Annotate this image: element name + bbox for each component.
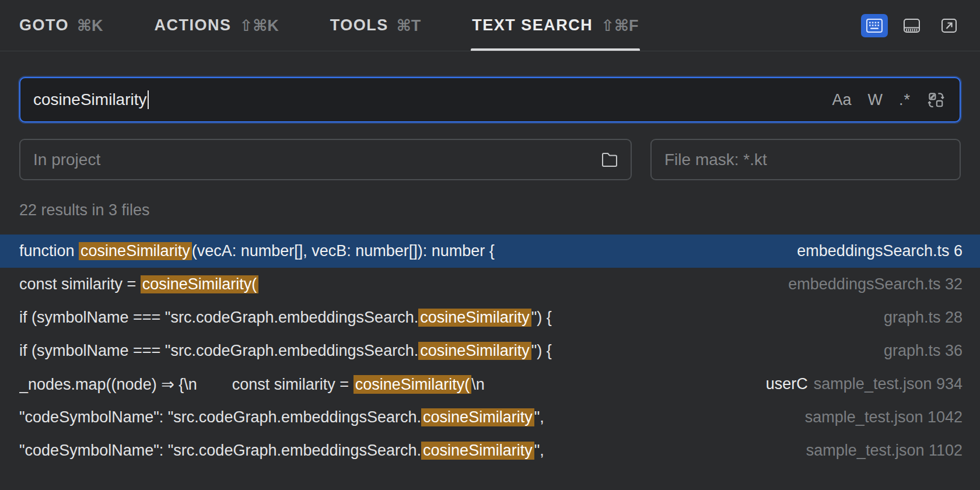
tab-shortcut: ⌘T: [397, 16, 421, 35]
tab-actions[interactable]: ACTIONS⇧⌘K: [155, 0, 279, 51]
match-highlight: cosineSimilarity(: [354, 375, 472, 394]
open-in-window-icon[interactable]: [936, 14, 963, 37]
result-text: if (symbolName === "src.codeGraph.embedd…: [19, 342, 552, 360]
tab-bar: GOTO⌘KACTIONS⇧⌘KTOOLS⌘TTEXT SEARCH⇧⌘F: [19, 0, 861, 51]
result-location: userCsample_test.json 934: [766, 375, 963, 393]
search-input[interactable]: cosineSimilarity Aa W .*: [19, 77, 961, 123]
folder-icon[interactable]: [600, 152, 619, 168]
result-file-line: sample_test.json 934: [814, 375, 963, 393]
match-highlight: cosineSimilarity: [418, 342, 531, 360]
tab-text-search[interactable]: TEXT SEARCH⇧⌘F: [472, 0, 638, 51]
tab-shortcut: ⇧⌘K: [240, 16, 279, 35]
result-location: graph.ts 36: [884, 342, 963, 360]
active-tab-underline: [471, 48, 639, 51]
results-list: function cosineSimilarity(vecA: number[]…: [0, 235, 980, 467]
result-row[interactable]: function cosineSimilarity(vecA: number[]…: [0, 235, 980, 268]
result-file-line: embeddingsSearch.ts 32: [788, 275, 963, 293]
result-row[interactable]: if (symbolName === "src.codeGraph.embedd…: [0, 301, 980, 334]
result-text: const similarity = cosineSimilarity(: [19, 275, 258, 293]
result-file-line: sample_test.json 1102: [806, 442, 963, 460]
result-location: sample_test.json 1042: [805, 408, 963, 426]
tab-label: ACTIONS: [155, 16, 232, 34]
result-row[interactable]: _nodes.map((node) ⇒ {\n const similarity…: [0, 368, 980, 401]
result-row[interactable]: const similarity = cosineSimilarity(embe…: [0, 268, 980, 301]
match-case-toggle[interactable]: Aa: [832, 91, 851, 109]
result-file-line: embeddingsSearch.ts 6: [797, 242, 963, 260]
regex-toggle[interactable]: .*: [899, 91, 911, 109]
scope-input[interactable]: In project: [19, 139, 632, 180]
keyboard-icon[interactable]: [861, 14, 888, 37]
result-text: if (symbolName === "src.codeGraph.embedd…: [19, 309, 552, 327]
match-highlight: cosineSimilarity: [79, 242, 192, 260]
tab-label: GOTO: [19, 16, 69, 34]
result-row[interactable]: if (symbolName === "src.codeGraph.embedd…: [0, 334, 980, 368]
search-query: cosineSimilarity: [33, 90, 147, 109]
popup-header: GOTO⌘KACTIONS⇧⌘KTOOLS⌘TTEXT SEARCH⇧⌘F: [0, 0, 980, 51]
result-location: embeddingsSearch.ts 32: [788, 275, 963, 293]
tab-shortcut: ⌘K: [77, 16, 103, 35]
match-highlight: cosineSimilarity(: [141, 275, 259, 293]
result-text: "codeSymbolName": "src.codeGraph.embeddi…: [19, 442, 544, 460]
result-location: sample_test.json 1102: [806, 442, 963, 460]
result-row[interactable]: "codeSymbolName": "src.codeGraph.embeddi…: [0, 434, 980, 467]
match-highlight: cosineSimilarity: [418, 309, 531, 327]
result-text: "codeSymbolName": "src.codeGraph.embeddi…: [19, 408, 544, 426]
result-file-line: sample_test.json 1042: [805, 408, 963, 426]
result-file-line: graph.ts 28: [884, 309, 963, 327]
results-summary: 22 results in 3 files: [0, 180, 980, 219]
tab-tools[interactable]: TOOLS⌘T: [330, 0, 421, 51]
scope-placeholder: In project: [33, 150, 100, 169]
file-mask-input[interactable]: File mask: *.kt: [650, 139, 961, 180]
tab-label: TEXT SEARCH: [472, 16, 593, 34]
result-context: userC: [766, 375, 808, 393]
match-highlight: cosineSimilarity: [421, 442, 534, 460]
tab-label: TOOLS: [330, 16, 388, 34]
tab-shortcut: ⇧⌘F: [601, 16, 638, 35]
text-caret: [148, 90, 149, 109]
whole-words-toggle[interactable]: W: [868, 91, 883, 109]
result-location: graph.ts 28: [884, 309, 963, 327]
result-file-line: graph.ts 36: [884, 342, 963, 360]
header-icons: [861, 0, 963, 51]
result-text: _nodes.map((node) ⇒ {\n const similarity…: [19, 375, 485, 394]
match-highlight: cosineSimilarity: [421, 408, 534, 426]
filter-swap-icon[interactable]: [927, 91, 944, 108]
tab-goto[interactable]: GOTO⌘K: [19, 0, 103, 51]
touchbar-icon[interactable]: [898, 14, 925, 37]
result-row[interactable]: "codeSymbolName": "src.codeGraph.embeddi…: [0, 401, 980, 434]
result-location: embeddingsSearch.ts 6: [797, 242, 963, 260]
result-text: function cosineSimilarity(vecA: number[]…: [19, 242, 495, 260]
file-mask-placeholder: File mask: *.kt: [664, 150, 767, 169]
